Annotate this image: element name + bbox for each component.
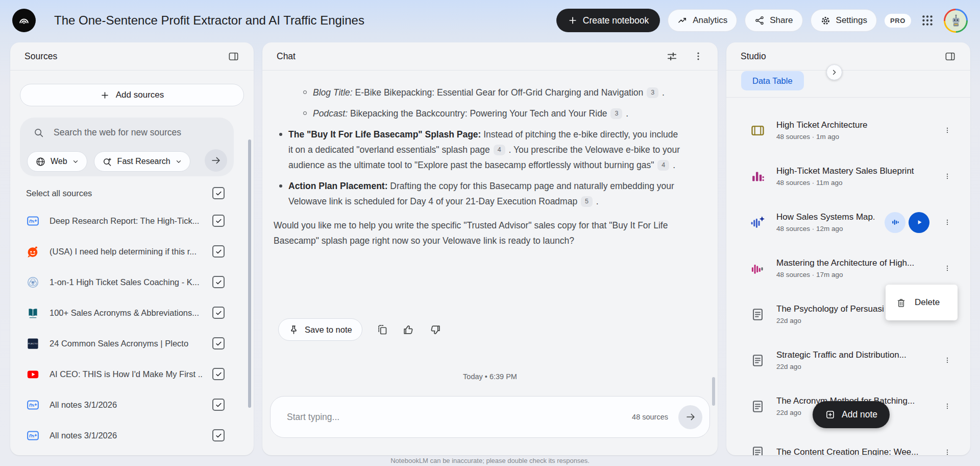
search-submit-button[interactable] xyxy=(205,149,227,172)
more-options-icon[interactable] xyxy=(941,355,954,366)
apps-grid-icon[interactable] xyxy=(919,12,936,29)
studio-item-title: The Content Creation Engine: Wee... xyxy=(776,447,930,455)
message-text: . xyxy=(594,196,599,206)
report-icon xyxy=(749,306,766,323)
collapse-panel-icon[interactable] xyxy=(228,51,239,62)
top-bar: The One-Sentence Profit Extractor and AI… xyxy=(0,0,980,41)
sources-scrollbar[interactable] xyxy=(248,139,251,408)
fast-research-icon xyxy=(102,156,113,167)
reddit-icon xyxy=(26,245,40,259)
source-checkbox[interactable] xyxy=(212,337,225,350)
source-checkbox[interactable] xyxy=(212,245,225,258)
thumbs-down-icon[interactable] xyxy=(429,323,442,336)
add-note-button[interactable]: Add note xyxy=(813,401,890,428)
notebook-report-icon xyxy=(26,398,40,412)
header-actions: Create notebook Analytics Share Settings… xyxy=(556,9,968,33)
select-all-label: Select all sources xyxy=(26,189,92,198)
source-list-item[interactable]: Deep Research Report: The High-Tick... xyxy=(10,205,254,236)
citation-chip[interactable]: 4 xyxy=(494,145,505,155)
share-button[interactable]: Share xyxy=(745,9,802,32)
more-options-icon[interactable] xyxy=(941,263,954,274)
citation-chip[interactable]: 3 xyxy=(647,87,658,98)
copy-icon[interactable] xyxy=(376,323,388,336)
source-list-item[interactable]: AI CEO: THIS is How I'd Make My First ..… xyxy=(10,359,254,389)
thumbs-up-icon[interactable] xyxy=(402,323,415,336)
studio-list-item[interactable]: The Content Creation Engine: Wee... xyxy=(726,429,970,455)
source-checkbox[interactable] xyxy=(212,429,225,441)
interactive-mode-button[interactable] xyxy=(885,212,905,233)
collapse-panel-icon[interactable] xyxy=(944,51,956,62)
source-list-item[interactable]: PLECTO 24 Common Sales Acronyms | Plecto xyxy=(10,328,254,359)
source-list-item[interactable]: (USA) I need help determining if this r.… xyxy=(10,236,254,267)
studio-item-title: Strategic Traffic and Distribution... xyxy=(776,350,930,360)
analytics-button[interactable]: Analytics xyxy=(668,9,737,32)
play-button[interactable] xyxy=(909,212,929,233)
more-options-icon[interactable] xyxy=(941,125,954,136)
sources-panel: Sources Add sources Web xyxy=(10,42,254,455)
web-search-card: Web Fast Research xyxy=(20,118,234,176)
notebook-report-icon xyxy=(26,429,40,442)
studio-item-meta: 48 sources · 12m ago xyxy=(776,225,874,232)
studio-list-item[interactable]: Strategic Traffic and Distribution... 22… xyxy=(726,337,970,383)
gear-icon xyxy=(820,15,831,26)
source-list-item[interactable]: 100+ Sales Acronyms & Abbreviations... xyxy=(10,297,254,328)
chat-message: The "Buy It For Life Basecamp" Splash Pa… xyxy=(273,127,681,173)
chat-panel: Chat Blog Title: E-Bike Bikepacking: Ess… xyxy=(262,42,718,455)
source-title: 100+ Sales Acronyms & Abbreviations... xyxy=(50,308,203,318)
studio-list-item[interactable]: How Sales Systems Map... 48 sources · 12… xyxy=(726,199,970,245)
chat-input[interactable] xyxy=(286,411,632,423)
message-text: Podcast: xyxy=(313,108,348,119)
chat-panel-header: Chat xyxy=(262,42,718,71)
chat-settings-icon[interactable] xyxy=(666,51,678,62)
source-checkbox[interactable] xyxy=(212,215,225,227)
source-checkbox[interactable] xyxy=(212,307,225,319)
sources-panel-title: Sources xyxy=(24,51,57,62)
citation-chip[interactable]: 5 xyxy=(581,196,593,207)
chat-messages: Blog Title: E-Bike Bikepacking: Essentia… xyxy=(273,85,681,254)
chat-scrollbar[interactable] xyxy=(712,377,715,406)
studio-list-item[interactable]: High Ticket Architecture 48 sources · 1m… xyxy=(726,107,970,153)
more-options-icon[interactable] xyxy=(941,447,954,455)
user-avatar[interactable] xyxy=(944,9,968,33)
source-list-item[interactable]: All notes 3/1/2026 xyxy=(10,389,254,420)
source-checkbox[interactable] xyxy=(212,368,225,380)
more-options-icon[interactable] xyxy=(941,171,954,182)
source-list-item[interactable]: All notes 3/1/2026 xyxy=(10,420,254,451)
studio-item-title: How Sales Systems Map... xyxy=(776,212,874,222)
send-button[interactable] xyxy=(678,405,702,429)
message-text: Action Plan Placement: xyxy=(288,181,388,191)
add-sources-button[interactable]: Add sources xyxy=(20,84,244,106)
studio-panel: Studio Data Table High Ticket Architectu… xyxy=(726,42,970,455)
citation-chip[interactable]: 3 xyxy=(610,108,622,119)
report-icon xyxy=(749,352,766,369)
disclaimer-text: NotebookLM can be inaccurate; please dou… xyxy=(0,457,980,464)
source-list-item[interactable]: 1-on-1 High Ticket Sales Coaching - K... xyxy=(10,267,254,297)
chat-more-options-icon[interactable] xyxy=(693,51,703,61)
more-options-icon[interactable] xyxy=(941,217,954,228)
web-filter-dropdown[interactable]: Web xyxy=(27,151,87,172)
pin-icon xyxy=(288,324,299,335)
save-to-note-button[interactable]: Save to note xyxy=(278,318,362,341)
source-title: All notes 3/1/2026 xyxy=(50,431,203,440)
data-table-chip[interactable]: Data Table xyxy=(741,71,804,90)
more-options-icon[interactable] xyxy=(941,401,954,412)
citation-chip[interactable]: 4 xyxy=(657,160,669,171)
settings-button[interactable]: Settings xyxy=(811,9,877,32)
delete-menu-item[interactable]: Delete xyxy=(886,285,958,320)
source-checkbox[interactable] xyxy=(212,276,225,288)
chat-message: Action Plan Placement: Drafting the copy… xyxy=(273,178,681,209)
trash-icon xyxy=(896,297,906,308)
select-all-checkbox[interactable] xyxy=(212,187,225,199)
studio-list-item[interactable]: High-Ticket Mastery Sales Blueprint 48 s… xyxy=(726,153,970,199)
web-search-input[interactable] xyxy=(53,127,222,138)
create-notebook-button[interactable]: Create notebook xyxy=(556,9,660,32)
expand-data-table-button[interactable] xyxy=(826,64,842,80)
frame-icon xyxy=(749,122,766,139)
waveform-blue-icon xyxy=(749,214,766,231)
search-row xyxy=(33,127,222,138)
notebooklm-logo-icon[interactable] xyxy=(12,9,36,32)
research-mode-dropdown[interactable]: Fast Research xyxy=(94,151,190,172)
plus-icon xyxy=(100,90,110,100)
context-menu: Delete xyxy=(886,285,958,320)
source-checkbox[interactable] xyxy=(212,399,225,411)
